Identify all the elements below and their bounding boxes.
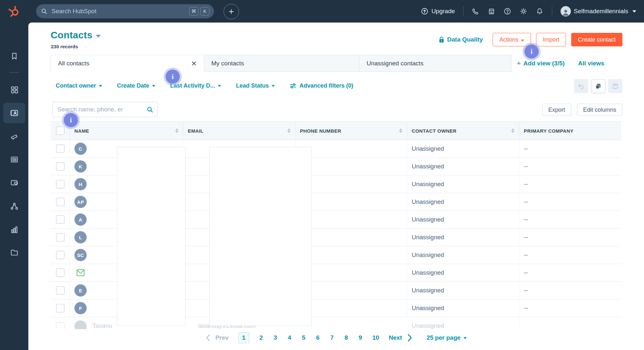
contact-name[interactable]: Tasanu [92, 322, 112, 329]
notifications-bell-button[interactable] [536, 7, 543, 15]
per-page-dropdown[interactable]: 25 per page [427, 334, 467, 341]
sort-icon[interactable] [399, 128, 402, 133]
sidebar-item-crm-contacts[interactable] [0, 105, 28, 121]
page-button-1[interactable]: 1 [238, 332, 249, 343]
filter-create-date[interactable]: Create Date [117, 82, 155, 89]
sidebar-item-files[interactable] [0, 244, 28, 261]
page-button-7[interactable]: 7 [330, 334, 334, 341]
row-checkbox[interactable] [56, 198, 64, 206]
email-column-redaction-overlay [209, 147, 312, 326]
hubspot-logo-icon[interactable] [6, 4, 21, 19]
quick-create-button[interactable] [224, 4, 239, 19]
create-contact-button[interactable]: Create contact [571, 33, 622, 46]
row-checkbox[interactable] [56, 304, 64, 312]
sidebar-item-workspaces[interactable] [0, 81, 28, 98]
sort-icon[interactable] [175, 128, 178, 133]
primary-company-cell: -- [519, 299, 621, 317]
filter-contact-owner[interactable]: Contact owner [56, 82, 102, 89]
checkbox-cell [51, 175, 70, 193]
info-annotation-badge[interactable]: i [64, 113, 78, 127]
add-view-link[interactable]: + Add view (3/5) [517, 59, 565, 68]
filter-last-activity-date[interactable]: Last Activity D... [170, 82, 221, 89]
sidebar-item-content[interactable] [0, 151, 28, 168]
view-mini-actions [574, 79, 622, 93]
page-button-6[interactable]: 6 [316, 334, 320, 341]
column-header-company[interactable]: PRIMARY COMPANY [524, 128, 573, 134]
page-button-3[interactable]: 3 [273, 334, 278, 341]
advanced-filters-link[interactable]: Advanced filters (0) [290, 82, 353, 89]
bookmark-icon [10, 52, 19, 61]
page-button-2[interactable]: 2 [259, 334, 264, 341]
row-checkbox[interactable] [56, 162, 64, 171]
sidebar-item-commerce[interactable] [0, 174, 28, 191]
tab-unassigned-contacts[interactable]: Unassigned contacts [360, 55, 512, 72]
tab-my-contacts[interactable]: My contacts [204, 55, 360, 72]
save-view-button[interactable] [608, 79, 622, 93]
global-search[interactable]: ⌘ K [36, 4, 214, 18]
next-page-button[interactable]: Next [389, 334, 412, 342]
sort-icon[interactable] [287, 128, 291, 133]
column-header-phone[interactable]: PHONE NUMBER [300, 128, 341, 134]
prev-page-button[interactable]: Prev [206, 334, 228, 341]
page-button-10[interactable]: 10 [372, 334, 379, 341]
marketplace-button[interactable] [488, 8, 495, 15]
edit-columns-button[interactable]: Edit columns [577, 104, 622, 116]
import-button[interactable]: Import [536, 33, 566, 46]
all-views-link[interactable]: All views [578, 60, 604, 67]
calling-button[interactable] [472, 8, 479, 15]
contact-owner-cell: Unassigned [407, 193, 519, 211]
clone-view-button[interactable] [591, 79, 605, 93]
upgrade-button[interactable]: Upgrade [421, 7, 455, 15]
account-menu[interactable]: Selfmademillennials [561, 6, 636, 16]
close-view-icon[interactable] [191, 61, 197, 66]
tab-all-contacts[interactable]: All contacts [51, 55, 204, 72]
filter-lead-status[interactable]: Lead Status [236, 82, 275, 89]
checkbox-cell [51, 229, 70, 246]
primary-company-cell: -- [519, 211, 621, 228]
row-checkbox[interactable] [56, 180, 64, 188]
sidebar-item-automations[interactable] [0, 198, 28, 214]
row-checkbox[interactable] [56, 145, 64, 153]
export-button[interactable]: Export [542, 104, 571, 116]
column-header-email[interactable]: EMAIL [188, 128, 204, 134]
table-search-input[interactable] [57, 106, 146, 113]
column-header-owner[interactable]: CONTACT OWNER [412, 128, 457, 134]
table-header: NAME EMAIL PHONE NUMBER CONTACT OWNER PR… [51, 121, 621, 140]
row-checkbox[interactable] [56, 233, 64, 241]
contact-owner-cell: Unassigned [407, 211, 519, 228]
contact-owner-cell: Unassigned [407, 229, 519, 246]
page-button-9[interactable]: 9 [358, 334, 363, 341]
phone-cell: -- [295, 140, 407, 157]
row-checkbox[interactable] [56, 215, 64, 224]
copy-icon [595, 83, 601, 90]
settings-gear-button[interactable] [520, 7, 527, 15]
undo-button[interactable] [574, 79, 588, 93]
info-annotation-badge[interactable]: i [524, 44, 539, 59]
contact-owner-cell: Unassigned [407, 282, 519, 299]
global-search-input[interactable] [51, 7, 187, 15]
info-annotation-badge[interactable]: i [166, 70, 180, 84]
object-type-dropdown[interactable]: Contacts [51, 30, 101, 41]
help-button[interactable] [504, 7, 511, 15]
actions-button[interactable]: Actions [493, 33, 531, 46]
row-checkbox[interactable] [56, 251, 64, 259]
row-checkbox[interactable] [56, 269, 64, 277]
primary-company-cell: -- [519, 246, 621, 264]
select-all-checkbox[interactable] [56, 127, 64, 135]
sort-icon[interactable] [511, 128, 514, 133]
phone-cell: -- [295, 229, 407, 246]
row-checkbox[interactable] [56, 286, 64, 295]
contact-owner-cell: Unassigned [407, 175, 519, 193]
data-quality-link[interactable]: Data Quality [438, 36, 483, 43]
page-button-5[interactable]: 5 [302, 334, 306, 341]
nav-divider [552, 6, 552, 16]
row-checkbox[interactable] [56, 322, 64, 329]
column-header-name[interactable]: NAME [74, 128, 89, 134]
page-button-4[interactable]: 4 [287, 334, 292, 341]
primary-company-cell: -- [519, 193, 621, 211]
page-button-8[interactable]: 8 [344, 334, 349, 341]
avatar: H [74, 178, 87, 190]
sidebar-item-marketing[interactable] [0, 128, 28, 145]
sidebar-item-reporting[interactable] [0, 221, 28, 238]
sidebar-item-bookmarks[interactable] [0, 48, 28, 64]
